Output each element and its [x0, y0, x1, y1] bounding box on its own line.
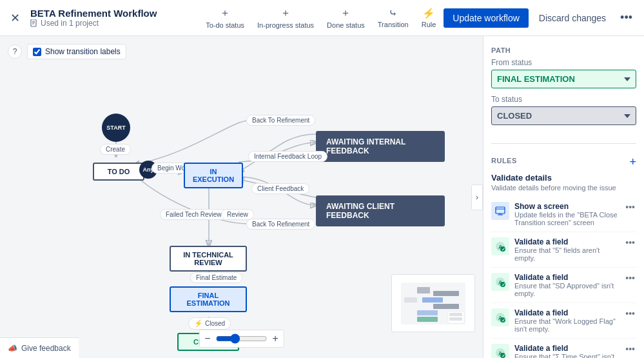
done-icon: ＋ [340, 6, 351, 20]
rules-header: RULES + [491, 155, 636, 169]
toolbar-transition[interactable]: ⤷ Transition [378, 7, 409, 28]
toolbar-actions: ＋ To-do status ＋ In-progress status ＋ Do… [206, 6, 436, 29]
update-workflow-button[interactable]: Update workflow [444, 8, 529, 28]
rule-content-2: Validate a field Ensure that "SD Approve… [514, 273, 619, 297]
workflow-info: BETA Refinement Workflow Used in 1 proje… [30, 8, 198, 28]
svg-rect-11 [404, 297, 417, 303]
node-final-estimation[interactable]: FINAL ESTIMATION [170, 286, 247, 312]
svg-text:✓: ✓ [502, 353, 505, 358]
label-failed-tech-review: Failed Tech Review [160, 209, 228, 220]
show-labels-label: Show transition labels [45, 47, 121, 56]
svg-text:✓: ✓ [502, 247, 505, 252]
zoom-in-button[interactable]: + [273, 333, 278, 344]
screen-icon [495, 206, 505, 216]
workflow-title: BETA Refinement Workflow [30, 8, 198, 19]
label-back-refinement-1: Back To Refinement [246, 115, 315, 126]
rule-more-1[interactable]: ••• [624, 237, 636, 248]
add-rule-button[interactable]: + [629, 155, 636, 169]
megaphone-icon: 📣 [8, 344, 17, 353]
svg-rect-14 [433, 304, 459, 309]
toolbar-done[interactable]: ＋ Done status [327, 6, 365, 29]
path-section-title: PATH [491, 46, 636, 54]
rule-more-2[interactable]: ••• [624, 273, 636, 283]
svg-rect-19 [449, 317, 462, 321]
give-feedback-bar[interactable]: 📣 Give feedback [0, 337, 79, 358]
lightning-icon: ⚡ [194, 319, 203, 328]
toolbar-inprogress[interactable]: ＋ In-progress status [257, 6, 314, 29]
svg-text:✓: ✓ [502, 318, 505, 323]
rule-more-0[interactable]: ••• [624, 202, 636, 212]
rule-item-0: Show a screen Update fields in the "BETA… [491, 197, 636, 232]
section-divider-1 [491, 143, 636, 144]
svg-rect-20 [496, 207, 505, 214]
rules-section-title: RULES [491, 157, 517, 164]
rule-icon-1: A ✓ [491, 237, 509, 255]
to-status-label: To status [491, 95, 636, 104]
path-section: PATH From status FINAL ESTIMATION To sta… [491, 46, 636, 132]
label-create: Create [100, 144, 131, 155]
close-button[interactable]: ✕ [8, 8, 23, 28]
rule-desc-3: Ensure that "Work Logged Flag" isn't emp… [514, 317, 619, 333]
canvas-thumbnail [391, 274, 475, 332]
rule-item-1: A ✓ Validate a field Ensure that "5" fie… [491, 232, 636, 268]
rule-content-4: Validate a field Ensure that "Σ Time Spe… [514, 344, 619, 358]
top-bar: ✕ BETA Refinement Workflow Used in 1 pro… [0, 0, 644, 36]
rule-desc-4: Ensure that "Σ Time Spent" isn't empty. [514, 353, 619, 358]
rule-title-4: Validate a field [514, 344, 619, 353]
rule-icon-4: A ✓ [491, 344, 509, 358]
toolbar-rule[interactable]: ⚡ Rule [422, 7, 436, 28]
rule-title-3: Validate a field [514, 308, 619, 317]
zoom-controls: − + [199, 330, 284, 348]
rule-desc-1: Ensure that "5" fields aren't empty. [514, 246, 619, 262]
label-client-feedback: Client Feedback [251, 183, 309, 194]
validate-icon-4: A ✓ [495, 348, 505, 358]
validate-desc: Validate details before moving the issue [491, 184, 636, 192]
workflow-canvas[interactable]: ? Show transition labels › [0, 36, 483, 358]
rule-more-3[interactable]: ••• [624, 308, 636, 319]
rule-more-4[interactable]: ••• [624, 344, 636, 354]
canvas-controls: ? Show transition labels [8, 44, 126, 59]
zoom-slider[interactable] [216, 333, 268, 344]
node-awaiting-client[interactable]: AWAITING CLIENT FEEDBACK [316, 195, 445, 226]
to-status-select[interactable]: CLOSED [491, 106, 636, 125]
document-icon [30, 19, 38, 27]
rule-item-4: A ✓ Validate a field Ensure that "Σ Time… [491, 339, 636, 358]
inprogress-icon: ＋ [280, 6, 291, 20]
rule-desc-2: Ensure that "SD Approved" isn't empty. [514, 282, 619, 297]
main-content: ? Show transition labels › [0, 36, 644, 358]
show-labels-checkbox[interactable] [33, 48, 41, 56]
rule-title-1: Validate a field [514, 237, 619, 246]
help-button[interactable]: ? [8, 45, 22, 59]
from-status-select[interactable]: FINAL ESTIMATION [491, 70, 636, 88]
node-in-execution[interactable]: IN EXECUTION [184, 163, 243, 188]
svg-rect-10 [417, 287, 430, 293]
rule-item-3: A ✓ Validate a field Ensure that "Work L… [491, 303, 636, 339]
toolbar-todo[interactable]: ＋ To-do status [206, 6, 244, 29]
rule-title-2: Validate a field [514, 273, 619, 282]
validate-icon-2: A ✓ [495, 277, 505, 287]
label-closed-transition: ⚡ Closed [188, 317, 231, 330]
rule-content-1: Validate a field Ensure that "5" fields … [514, 237, 619, 262]
rule-item-2: A ✓ Validate a field Ensure that "SD App… [491, 268, 636, 303]
rule-icon: ⚡ [422, 7, 435, 19]
todo-icon: ＋ [220, 6, 230, 20]
discard-changes-button[interactable]: Discard changes [534, 8, 611, 28]
node-in-technical-review[interactable]: IN TECHNICAL REVIEW [170, 246, 247, 272]
label-final-estimate: Final Estimate [190, 272, 242, 283]
label-review: Review [221, 209, 254, 220]
label-internal-feedback: Internal Feedback Loop [248, 151, 327, 162]
svg-rect-13 [433, 291, 459, 296]
transition-icon: ⤷ [389, 7, 397, 19]
show-labels-control[interactable]: Show transition labels [27, 44, 126, 59]
sidebar-panel: PATH From status FINAL ESTIMATION To sta… [483, 36, 644, 358]
more-options-button[interactable]: ••• [616, 8, 636, 27]
zoom-out-button[interactable]: − [204, 333, 210, 344]
collapse-panel-button[interactable]: › [471, 184, 483, 210]
node-awaiting-internal[interactable]: AWAITING INTERNAL FEEDBACK [316, 131, 445, 162]
workflow-subtitle: Used in 1 project [30, 19, 198, 28]
rule-icon-0 [491, 202, 509, 220]
right-buttons: Update workflow Discard changes ••• [444, 8, 636, 28]
rule-content-0: Show a screen Update fields in the "BETA… [514, 202, 619, 226]
node-todo[interactable]: TO DO [93, 163, 144, 181]
validate-title: Validate details [491, 173, 636, 183]
